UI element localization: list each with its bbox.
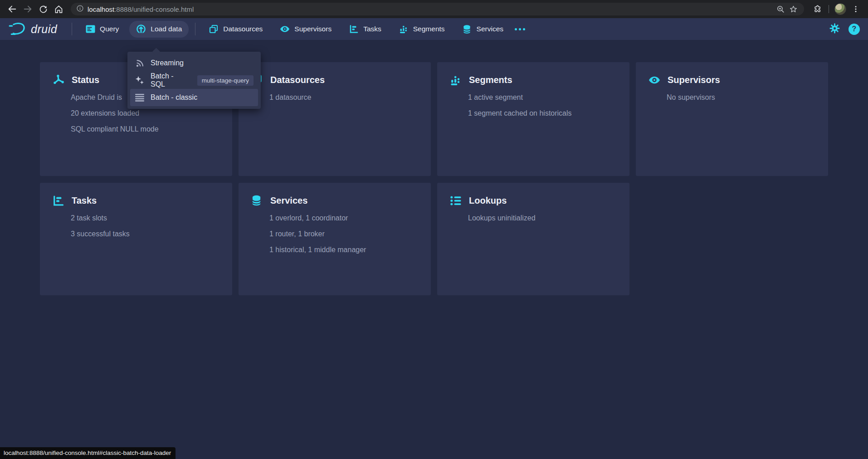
sparkles-icon: [135, 76, 145, 85]
eye-icon: [280, 25, 290, 33]
rss-icon: [135, 59, 145, 68]
node-graph-icon: [53, 74, 64, 86]
nav-item-segments[interactable]: Segments: [392, 21, 452, 37]
card-line: SQL compliant NULL mode: [71, 125, 219, 134]
card-title: Services: [270, 195, 307, 206]
brand-wordmark: druid: [31, 23, 57, 36]
card-line: 1 datasource: [269, 93, 418, 102]
database-icon: [462, 24, 472, 34]
druid-navbar: druid Query Load data: [0, 18, 868, 40]
eye-icon: [649, 74, 660, 86]
card-line: 1 segment cached on historicals: [468, 109, 617, 118]
nav-item-label: Load data: [151, 25, 182, 33]
upload-icon: [136, 24, 146, 34]
druid-logo-icon: [8, 21, 27, 37]
home-icon[interactable]: [51, 1, 66, 17]
card-line: 1 overlord, 1 coordinator: [269, 214, 418, 223]
nav-item-services[interactable]: Services: [455, 21, 510, 37]
nav-divider: [72, 23, 72, 35]
nav-item-label: Segments: [413, 25, 445, 33]
gantt-icon: [349, 24, 359, 34]
console-icon: [85, 25, 95, 33]
nav-item-label: Tasks: [363, 25, 381, 33]
nav-item-load-data[interactable]: Load data: [129, 21, 189, 38]
card-line: Lookups uninitialized: [468, 214, 617, 223]
nav-item-label: Query: [100, 25, 119, 33]
address-bar[interactable]: localhost:8888/unified-console.html: [71, 3, 804, 15]
stacked-panels-icon: [209, 24, 219, 34]
card-line: 20 extensions loaded: [71, 109, 219, 118]
zoom-icon[interactable]: [774, 3, 787, 15]
card-segments[interactable]: Segments 1 active segment 1 segment cach…: [437, 62, 629, 176]
card-line: 1 active segment: [468, 93, 617, 102]
url-text: localhost:8888/unified-console.html: [88, 5, 194, 13]
nav-item-datasources[interactable]: Datasources: [202, 21, 269, 37]
load-data-menu: Streaming Batch - SQL multi-stage-query …: [127, 52, 261, 109]
info-icon[interactable]: [76, 5, 84, 14]
menu-item-batch-classic[interactable]: Batch - classic: [130, 89, 258, 106]
menu-item-streaming[interactable]: Streaming: [130, 54, 258, 72]
msq-badge: multi-stage-query: [197, 75, 254, 86]
card-title: Datasources: [270, 75, 325, 85]
nav-item-label: Supervisors: [294, 25, 332, 33]
url-path: :8888/unified-console.html: [114, 5, 194, 13]
browser-menu-icon[interactable]: [848, 1, 863, 17]
more-menu-button[interactable]: [510, 24, 530, 34]
screen: localhost:8888/unified-console.html: [0, 0, 868, 459]
refresh-icon[interactable]: [35, 1, 51, 17]
gantt-icon: [53, 195, 64, 206]
card-title: Status: [72, 75, 99, 85]
card-supervisors[interactable]: Supervisors No supervisors: [636, 62, 828, 176]
card-line: 1 historical, 1 middle manager: [269, 245, 418, 254]
card-lookups[interactable]: Lookups Lookups uninitialized: [437, 183, 629, 295]
card-line: 1 router, 1 broker: [269, 230, 418, 239]
url-host: localhost: [88, 5, 114, 13]
card-line: 2 task slots: [71, 214, 219, 223]
card-title: Lookups: [469, 195, 507, 206]
gear-icon[interactable]: [829, 23, 840, 36]
bookmark-star-icon[interactable]: [787, 3, 800, 15]
druid-logo[interactable]: druid: [8, 21, 57, 37]
card-line: 3 successful tasks: [71, 230, 219, 239]
nav-item-query[interactable]: Query: [78, 22, 126, 36]
bullet-list-icon: [450, 195, 462, 206]
nav-item-label: Datasources: [223, 25, 263, 33]
card-title: Supervisors: [668, 75, 720, 85]
menu-item-label: Batch - classic: [151, 93, 197, 102]
nav-item-tasks[interactable]: Tasks: [342, 21, 388, 37]
menu-lines-icon: [135, 94, 145, 102]
toolbar-divider: [829, 5, 829, 13]
back-icon[interactable]: [5, 1, 20, 17]
menu-item-label: Streaming: [151, 59, 184, 67]
extensions-puzzle-icon[interactable]: [809, 1, 825, 17]
card-title: Tasks: [72, 195, 97, 206]
card-title: Segments: [469, 75, 512, 85]
browser-toolbar: localhost:8888/unified-console.html: [0, 0, 868, 18]
menu-item-batch-sql[interactable]: Batch - SQL multi-stage-query: [130, 72, 258, 89]
avatar[interactable]: [833, 1, 848, 17]
forward-icon[interactable]: [20, 1, 35, 17]
bar-chart-icon: [450, 74, 462, 86]
card-services[interactable]: Services 1 overlord, 1 coordinator 1 rou…: [239, 183, 431, 295]
nav-item-supervisors[interactable]: Supervisors: [273, 22, 338, 36]
database-icon: [251, 195, 263, 206]
bar-chart-icon: [399, 24, 409, 34]
card-datasources[interactable]: Datasources 1 datasource: [239, 62, 431, 176]
menu-item-label: Batch - SQL: [151, 72, 185, 88]
nav-divider: [195, 23, 195, 35]
card-line: No supervisors: [667, 93, 815, 102]
nav-item-label: Services: [477, 25, 503, 33]
help-icon[interactable]: ?: [848, 24, 860, 35]
card-tasks[interactable]: Tasks 2 task slots 3 successful tasks: [40, 183, 232, 295]
link-preview-statusbar: localhost:8888/unified-console.html#clas…: [0, 447, 176, 459]
